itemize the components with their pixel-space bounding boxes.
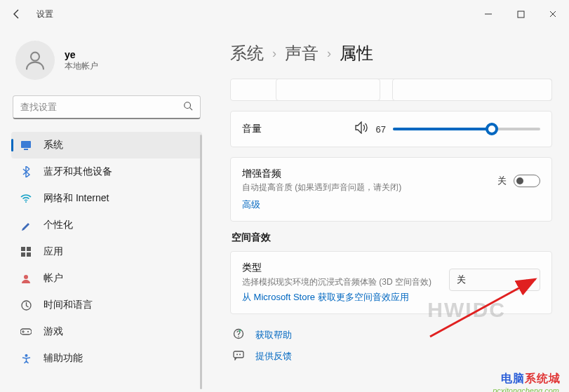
user-name: ye — [65, 49, 98, 60]
help-icon — [233, 328, 246, 342]
nav-label: 系统 — [43, 139, 63, 151]
accessibility-icon — [20, 353, 32, 364]
watermark-url: pcxitongcheng.com — [493, 386, 559, 392]
svg-rect-1 — [518, 11, 524, 18]
svg-rect-10 — [21, 252, 25, 257]
svg-point-21 — [239, 353, 241, 355]
sidebar-item-gaming[interactable]: 游戏 — [11, 318, 202, 345]
nav-label: 个性化 — [43, 219, 73, 231]
get-help-link[interactable]: 获取帮助 — [230, 324, 552, 346]
slider-thumb[interactable] — [486, 123, 498, 135]
svg-point-16 — [25, 354, 27, 357]
volume-label: 音量 — [242, 123, 262, 135]
nav-label: 应用 — [43, 245, 63, 258]
sidebar-item-network[interactable]: 网络和 Internet — [11, 185, 202, 212]
svg-point-7 — [25, 201, 27, 203]
minimize-button[interactable] — [472, 0, 504, 28]
nav-label: 蓝牙和其他设备 — [43, 165, 112, 178]
svg-point-15 — [27, 331, 29, 332]
partial-card-top — [230, 79, 552, 101]
svg-line-4 — [190, 107, 193, 110]
toggle-state: 关 — [497, 175, 507, 187]
svg-rect-8 — [21, 247, 25, 251]
back-button[interactable] — [0, 8, 34, 20]
svg-rect-5 — [21, 141, 31, 148]
game-icon — [20, 327, 32, 336]
enhance-subtitle: 自动提高音质 (如果遇到声音问题，请关闭) — [242, 182, 497, 194]
enhance-toggle[interactable] — [514, 175, 540, 187]
nav-label: 帐户 — [43, 272, 63, 285]
svg-rect-19 — [234, 351, 243, 358]
volume-card: 音量 67 — [230, 111, 552, 147]
feedback-link[interactable]: 提供反馈 — [230, 346, 552, 367]
chevron-right-icon: › — [272, 46, 276, 61]
type-title: 类型 — [242, 262, 441, 274]
account-type: 本地帐户 — [65, 60, 98, 72]
volume-value: 67 — [376, 124, 386, 135]
feedback-icon — [233, 351, 246, 363]
feedback-label: 提供反馈 — [255, 350, 292, 363]
advanced-link[interactable]: 高级 — [242, 199, 260, 210]
breadcrumb-properties: 属性 — [340, 42, 373, 65]
spatial-type-dropdown[interactable]: 关 — [449, 269, 540, 291]
search-placeholder: 查找设置 — [20, 101, 183, 114]
nav-label: 游戏 — [43, 325, 63, 338]
type-subtitle: 选择模拟现实环境的沉浸式音频体验 (3D 空间音效) — [242, 276, 439, 288]
sidebar-item-apps[interactable]: 应用 — [11, 238, 202, 265]
window-titlebar: 设置 — [0, 0, 569, 28]
sidebar: ye 本地帐户 查找设置 系统 蓝牙和其他设备 网络和 Internet — [0, 28, 210, 392]
nav-label: 网络和 Internet — [43, 192, 109, 205]
svg-rect-9 — [27, 247, 31, 251]
nav-label: 时间和语言 — [43, 299, 93, 311]
chevron-right-icon: › — [327, 46, 331, 61]
main-panel: 系统 › 声音 › 属性 音量 67 增强音频 自动提 — [210, 28, 569, 392]
svg-point-18 — [238, 336, 239, 337]
enhance-audio-card: 增强音频 自动提高音质 (如果遇到声音问题，请关闭) 高级 关 — [230, 157, 552, 222]
search-icon — [183, 101, 193, 114]
breadcrumb: 系统 › 声音 › 属性 — [230, 42, 552, 65]
account-icon — [20, 273, 32, 283]
sidebar-item-accessibility[interactable]: 辅助功能 — [11, 345, 202, 372]
sidebar-item-accounts[interactable]: 帐户 — [11, 265, 202, 292]
watermark-text: 电脑系统城 — [501, 372, 561, 386]
sidebar-item-bluetooth[interactable]: 蓝牙和其他设备 — [11, 158, 202, 185]
enhance-title: 增强音频 — [242, 168, 497, 180]
profile-block[interactable]: ye 本地帐户 — [11, 28, 202, 95]
spatial-type-card: 类型 选择模拟现实环境的沉浸式音频体验 (3D 空间音效) 从 Microsof… — [230, 251, 552, 314]
maximize-button[interactable] — [504, 0, 537, 28]
nav-label: 辅助功能 — [43, 352, 83, 365]
dropdown-value: 关 — [457, 273, 466, 286]
sidebar-item-time[interactable]: 时间和语言 — [11, 292, 202, 318]
volume-slider[interactable] — [393, 128, 540, 130]
speaker-icon[interactable] — [355, 121, 369, 137]
search-input[interactable]: 查找设置 — [13, 95, 201, 119]
clock-icon — [20, 300, 32, 311]
spatial-section-title: 空间音效 — [232, 231, 552, 244]
svg-point-3 — [185, 102, 191, 108]
bluetooth-icon — [20, 166, 32, 177]
store-link[interactable]: 从 Microsoft Store 获取更多空间音效应用 — [242, 291, 441, 304]
chevron-down-icon — [526, 275, 533, 285]
svg-point-12 — [24, 275, 28, 279]
sidebar-item-system[interactable]: 系统 — [11, 132, 202, 158]
breadcrumb-sound[interactable]: 声音 — [285, 42, 319, 65]
avatar — [15, 41, 55, 80]
svg-rect-6 — [24, 149, 28, 150]
wifi-icon — [20, 194, 32, 203]
svg-point-2 — [31, 53, 39, 61]
sidebar-item-personalization[interactable]: 个性化 — [11, 212, 202, 238]
nav-list: 系统 蓝牙和其他设备 网络和 Internet 个性化 应用 帐户 — [11, 132, 202, 392]
svg-point-20 — [236, 353, 238, 355]
apps-icon — [20, 247, 32, 257]
display-icon — [20, 140, 32, 150]
svg-rect-11 — [27, 252, 31, 257]
window-title: 设置 — [34, 8, 53, 20]
breadcrumb-system[interactable]: 系统 — [230, 42, 264, 65]
get-help-label: 获取帮助 — [255, 329, 292, 342]
close-button[interactable] — [537, 0, 569, 28]
brush-icon — [20, 219, 32, 231]
